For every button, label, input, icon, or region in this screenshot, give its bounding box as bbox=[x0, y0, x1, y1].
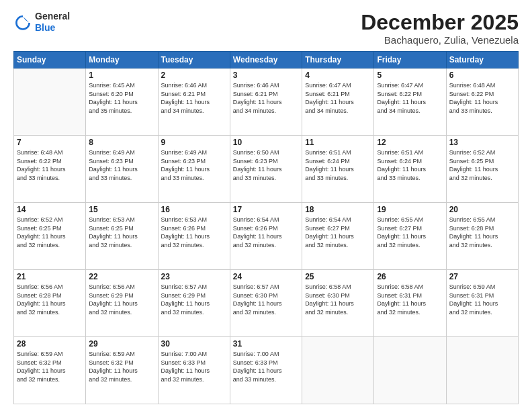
day-number: 5 bbox=[377, 71, 443, 80]
weekday-header-row: SundayMondayTuesdayWednesdayThursdayFrid… bbox=[14, 52, 519, 68]
day-number: 7 bbox=[17, 138, 83, 147]
calendar-table: SundayMondayTuesdayWednesdayThursdayFrid… bbox=[13, 51, 519, 404]
calendar-cell: 31Sunrise: 7:00 AM Sunset: 6:33 PM Dayli… bbox=[230, 337, 302, 404]
cell-daylight-info: Sunrise: 6:54 AM Sunset: 6:26 PM Dayligh… bbox=[233, 216, 299, 249]
weekday-header-wednesday: Wednesday bbox=[230, 52, 302, 68]
day-number: 27 bbox=[449, 272, 515, 281]
day-number: 6 bbox=[449, 71, 515, 80]
calendar-cell: 25Sunrise: 6:58 AM Sunset: 6:30 PM Dayli… bbox=[302, 270, 374, 337]
cell-daylight-info: Sunrise: 6:57 AM Sunset: 6:30 PM Dayligh… bbox=[233, 283, 299, 316]
calendar-cell: 7Sunrise: 6:48 AM Sunset: 6:22 PM Daylig… bbox=[14, 136, 86, 203]
logo-text: General Blue bbox=[35, 11, 70, 34]
day-number: 12 bbox=[377, 138, 443, 147]
weekday-header-thursday: Thursday bbox=[302, 52, 374, 68]
cell-daylight-info: Sunrise: 6:55 AM Sunset: 6:27 PM Dayligh… bbox=[377, 216, 443, 249]
month-title: December 2025 bbox=[361, 11, 519, 34]
calendar-cell: 16Sunrise: 6:53 AM Sunset: 6:26 PM Dayli… bbox=[158, 203, 230, 270]
day-number: 26 bbox=[377, 272, 443, 281]
cell-daylight-info: Sunrise: 6:59 AM Sunset: 6:32 PM Dayligh… bbox=[17, 350, 83, 383]
calendar-cell bbox=[302, 337, 374, 404]
cell-daylight-info: Sunrise: 6:55 AM Sunset: 6:28 PM Dayligh… bbox=[449, 216, 515, 249]
cell-daylight-info: Sunrise: 6:53 AM Sunset: 6:25 PM Dayligh… bbox=[89, 216, 154, 249]
cell-daylight-info: Sunrise: 6:48 AM Sunset: 6:22 PM Dayligh… bbox=[449, 81, 515, 115]
cell-daylight-info: Sunrise: 6:49 AM Sunset: 6:23 PM Dayligh… bbox=[161, 148, 227, 182]
cell-daylight-info: Sunrise: 6:54 AM Sunset: 6:27 PM Dayligh… bbox=[305, 216, 371, 249]
page: General Blue December 2025 Bachaquero, Z… bbox=[0, 0, 532, 411]
cell-daylight-info: Sunrise: 6:51 AM Sunset: 6:24 PM Dayligh… bbox=[377, 148, 443, 182]
calendar-cell: 21Sunrise: 6:56 AM Sunset: 6:28 PM Dayli… bbox=[14, 270, 86, 337]
cell-daylight-info: Sunrise: 6:52 AM Sunset: 6:25 PM Dayligh… bbox=[449, 148, 515, 182]
day-number: 21 bbox=[17, 272, 83, 281]
cell-daylight-info: Sunrise: 6:46 AM Sunset: 6:21 PM Dayligh… bbox=[233, 81, 299, 115]
calendar-cell: 10Sunrise: 6:50 AM Sunset: 6:23 PM Dayli… bbox=[230, 136, 302, 203]
calendar-cell: 9Sunrise: 6:49 AM Sunset: 6:23 PM Daylig… bbox=[158, 136, 230, 203]
calendar-cell: 3Sunrise: 6:46 AM Sunset: 6:21 PM Daylig… bbox=[230, 68, 302, 136]
calendar-cell: 20Sunrise: 6:55 AM Sunset: 6:28 PM Dayli… bbox=[446, 203, 518, 270]
logo-general: General bbox=[35, 11, 70, 22]
cell-daylight-info: Sunrise: 6:59 AM Sunset: 6:31 PM Dayligh… bbox=[449, 283, 515, 316]
cell-daylight-info: Sunrise: 6:53 AM Sunset: 6:26 PM Dayligh… bbox=[161, 216, 227, 249]
location: Bachaquero, Zulia, Venezuela bbox=[361, 34, 519, 46]
calendar-cell: 29Sunrise: 6:59 AM Sunset: 6:32 PM Dayli… bbox=[86, 337, 158, 404]
day-number: 30 bbox=[161, 339, 227, 349]
calendar-cell: 4Sunrise: 6:47 AM Sunset: 6:21 PM Daylig… bbox=[302, 68, 374, 136]
calendar-cell: 22Sunrise: 6:56 AM Sunset: 6:29 PM Dayli… bbox=[86, 270, 158, 337]
calendar-cell: 26Sunrise: 6:58 AM Sunset: 6:31 PM Dayli… bbox=[374, 270, 446, 337]
day-number: 11 bbox=[305, 138, 371, 147]
cell-daylight-info: Sunrise: 6:58 AM Sunset: 6:31 PM Dayligh… bbox=[377, 283, 443, 316]
weekday-header-tuesday: Tuesday bbox=[158, 52, 230, 68]
day-number: 15 bbox=[89, 205, 154, 214]
calendar-cell: 23Sunrise: 6:57 AM Sunset: 6:29 PM Dayli… bbox=[158, 270, 230, 337]
weekday-header-saturday: Saturday bbox=[446, 52, 518, 68]
calendar-cell: 30Sunrise: 7:00 AM Sunset: 6:33 PM Dayli… bbox=[158, 337, 230, 404]
day-number: 22 bbox=[89, 272, 154, 281]
calendar-week-row: 7Sunrise: 6:48 AM Sunset: 6:22 PM Daylig… bbox=[14, 136, 519, 203]
weekday-header-friday: Friday bbox=[374, 52, 446, 68]
day-number: 2 bbox=[161, 71, 227, 80]
cell-daylight-info: Sunrise: 7:00 AM Sunset: 6:33 PM Dayligh… bbox=[233, 350, 299, 383]
day-number: 28 bbox=[17, 339, 83, 349]
day-number: 3 bbox=[233, 71, 299, 80]
cell-daylight-info: Sunrise: 6:56 AM Sunset: 6:29 PM Dayligh… bbox=[89, 283, 154, 316]
day-number: 19 bbox=[377, 205, 443, 214]
cell-daylight-info: Sunrise: 6:56 AM Sunset: 6:28 PM Dayligh… bbox=[17, 283, 83, 316]
day-number: 18 bbox=[305, 205, 371, 214]
day-number: 29 bbox=[89, 339, 154, 349]
day-number: 23 bbox=[161, 272, 227, 281]
day-number: 25 bbox=[305, 272, 371, 281]
calendar-week-row: 14Sunrise: 6:52 AM Sunset: 6:25 PM Dayli… bbox=[14, 203, 519, 270]
calendar-cell: 14Sunrise: 6:52 AM Sunset: 6:25 PM Dayli… bbox=[14, 203, 86, 270]
calendar-cell: 27Sunrise: 6:59 AM Sunset: 6:31 PM Dayli… bbox=[446, 270, 518, 337]
calendar-cell: 17Sunrise: 6:54 AM Sunset: 6:26 PM Dayli… bbox=[230, 203, 302, 270]
weekday-header-monday: Monday bbox=[86, 52, 158, 68]
calendar-week-row: 28Sunrise: 6:59 AM Sunset: 6:32 PM Dayli… bbox=[14, 337, 519, 404]
title-block: December 2025 Bachaquero, Zulia, Venezue… bbox=[361, 11, 519, 46]
logo: General Blue bbox=[13, 11, 70, 34]
cell-daylight-info: Sunrise: 6:47 AM Sunset: 6:21 PM Dayligh… bbox=[305, 81, 371, 115]
day-number: 16 bbox=[161, 205, 227, 214]
day-number: 9 bbox=[161, 138, 227, 147]
calendar-cell bbox=[374, 337, 446, 404]
day-number: 31 bbox=[233, 339, 299, 349]
day-number: 17 bbox=[233, 205, 299, 214]
calendar-cell: 6Sunrise: 6:48 AM Sunset: 6:22 PM Daylig… bbox=[446, 68, 518, 136]
cell-daylight-info: Sunrise: 6:50 AM Sunset: 6:23 PM Dayligh… bbox=[233, 148, 299, 182]
day-number: 14 bbox=[17, 205, 83, 214]
calendar-cell bbox=[14, 68, 86, 136]
day-number: 20 bbox=[449, 205, 515, 214]
calendar-cell: 15Sunrise: 6:53 AM Sunset: 6:25 PM Dayli… bbox=[86, 203, 158, 270]
day-number: 13 bbox=[449, 138, 515, 147]
calendar-cell: 13Sunrise: 6:52 AM Sunset: 6:25 PM Dayli… bbox=[446, 136, 518, 203]
cell-daylight-info: Sunrise: 6:46 AM Sunset: 6:21 PM Dayligh… bbox=[161, 81, 227, 115]
calendar-cell: 28Sunrise: 6:59 AM Sunset: 6:32 PM Dayli… bbox=[14, 337, 86, 404]
calendar-cell: 2Sunrise: 6:46 AM Sunset: 6:21 PM Daylig… bbox=[158, 68, 230, 136]
cell-daylight-info: Sunrise: 6:59 AM Sunset: 6:32 PM Dayligh… bbox=[89, 350, 154, 383]
calendar-cell: 11Sunrise: 6:51 AM Sunset: 6:24 PM Dayli… bbox=[302, 136, 374, 203]
cell-daylight-info: Sunrise: 6:45 AM Sunset: 6:20 PM Dayligh… bbox=[89, 81, 154, 115]
weekday-header-sunday: Sunday bbox=[14, 52, 86, 68]
calendar-cell: 8Sunrise: 6:49 AM Sunset: 6:23 PM Daylig… bbox=[86, 136, 158, 203]
logo-icon bbox=[13, 13, 32, 32]
calendar-cell: 1Sunrise: 6:45 AM Sunset: 6:20 PM Daylig… bbox=[86, 68, 158, 136]
cell-daylight-info: Sunrise: 6:58 AM Sunset: 6:30 PM Dayligh… bbox=[305, 283, 371, 316]
calendar-cell: 24Sunrise: 6:57 AM Sunset: 6:30 PM Dayli… bbox=[230, 270, 302, 337]
